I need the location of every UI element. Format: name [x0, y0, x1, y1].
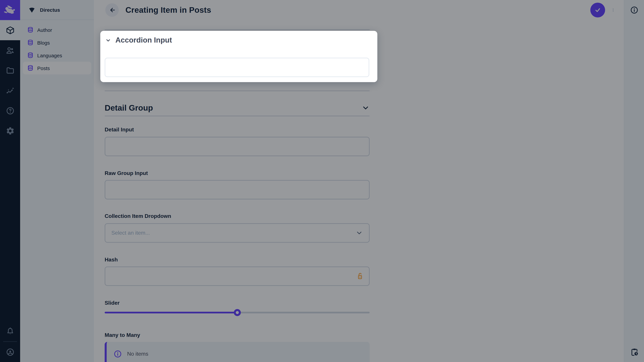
chevron-down-icon — [105, 37, 111, 43]
accordion-title: Accordion Input — [116, 36, 172, 44]
accordion-header[interactable]: Accordion Input — [100, 31, 377, 44]
accordion-spotlight-card: Accordion Input — [100, 31, 377, 82]
app-window: Directus Author Blogs — [0, 0, 644, 362]
accordion-input[interactable] — [105, 58, 369, 77]
